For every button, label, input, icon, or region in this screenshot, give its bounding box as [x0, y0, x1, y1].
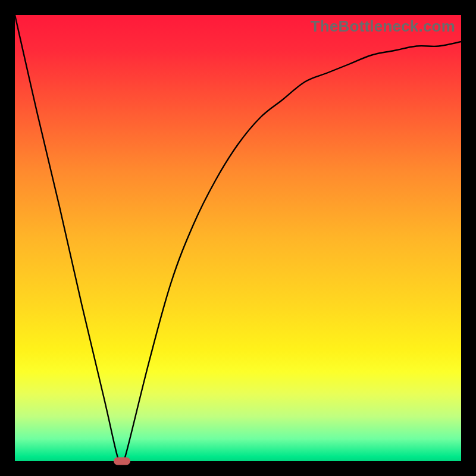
chart-plot-area: TheBottleneck.com: [15, 15, 461, 461]
minimum-marker: [114, 458, 130, 465]
bottleneck-curve: [15, 15, 461, 461]
curve-path: [15, 15, 461, 461]
chart-frame: TheBottleneck.com: [0, 0, 476, 476]
